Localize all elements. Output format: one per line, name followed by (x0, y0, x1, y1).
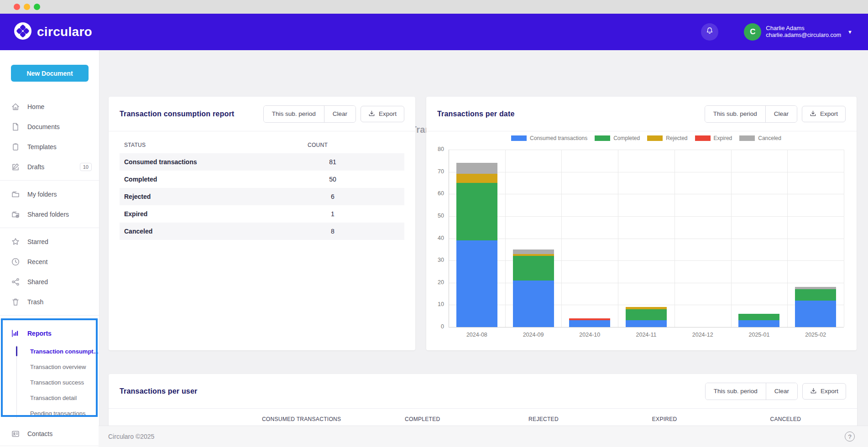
sidebar-divider (0, 228, 99, 228)
close-window-button[interactable] (14, 4, 20, 10)
clear-button[interactable]: Clear (766, 383, 797, 400)
gridline (449, 283, 844, 283)
gridline (449, 260, 844, 261)
this-sub-period-button[interactable]: This sub. period (706, 383, 766, 400)
y-axis-tick-label: 20 (429, 279, 444, 286)
brand-name: circularo (37, 25, 92, 39)
zoom-window-button[interactable] (34, 4, 40, 10)
gridline (449, 239, 844, 239)
sidebar-divider (0, 446, 99, 446)
sidebar-item-shared-folders[interactable]: Shared folders (0, 204, 99, 224)
report-link-transaction-overview[interactable]: Transaction overview (0, 359, 99, 374)
table-row: Rejected6 (120, 188, 404, 205)
x-axis-tick-label: 2024-12 (682, 332, 723, 338)
consumption-card-title: Transaction consumption report (120, 110, 234, 118)
sidebar-divider (0, 315, 99, 316)
edit-icon (11, 162, 20, 172)
sidebar-item-documents[interactable]: Documents (0, 117, 99, 137)
trash-icon (11, 297, 20, 307)
per-user-column-header: CANCELED (725, 416, 846, 422)
export-button[interactable]: Export (802, 106, 846, 122)
report-link-transaction-detail[interactable]: Transaction detail (0, 390, 99, 405)
bar-segment-expired (569, 318, 610, 321)
sidebar-item-shared[interactable]: Shared (0, 272, 99, 292)
clear-button[interactable]: Clear (324, 106, 356, 122)
bar-segment-rejected (456, 174, 497, 182)
this-sub-period-button[interactable]: This sub. period (705, 106, 765, 122)
gridline (505, 150, 506, 327)
report-link-pending-transactions[interactable]: Pending transactions (0, 405, 99, 421)
sidebar-item-reports[interactable]: Reports (0, 323, 99, 343)
user-name: Charlie Adams (766, 25, 841, 32)
sidebar-item-label: Drafts (27, 163, 80, 171)
status-cell: Consumed transactions (120, 158, 308, 166)
new-document-button[interactable]: New Document (11, 65, 89, 82)
bar-segment-canceled (456, 163, 497, 174)
count-cell: 50 (308, 176, 358, 183)
sidebar-item-label: Recent (27, 258, 99, 265)
per-user-column-header: CONSUMED TRANSACTIONS (241, 416, 362, 422)
y-axis-tick-label: 10 (429, 301, 444, 307)
active-indicator (16, 346, 17, 356)
clear-button[interactable]: Clear (765, 106, 797, 122)
table-row: Expired1 (120, 205, 404, 223)
per-user-card-title: Transactions per user (120, 387, 198, 395)
sidebar-item-label: Home (27, 103, 99, 110)
user-avatar[interactable]: C (744, 23, 761, 41)
sidebar-item-label: Reports (27, 330, 99, 337)
per-user-column-header: REJECTED (483, 416, 604, 422)
minimize-window-button[interactable] (24, 4, 30, 10)
sidebar-item-label: Documents (27, 123, 99, 130)
sidebar-item-drafts[interactable]: Drafts10 (0, 157, 99, 177)
sidebar-item-contacts[interactable]: Contacts (0, 424, 99, 444)
bar-segment-consumed-transactions (513, 281, 554, 327)
count-cell: 8 (308, 228, 358, 235)
bar-segment-canceled (513, 249, 554, 254)
template-icon (11, 142, 20, 151)
export-button[interactable]: Export (802, 383, 846, 400)
period-filter-group: This sub. period Clear (705, 105, 797, 123)
bar-segment-completed (626, 309, 667, 320)
sidebar-item-label: Templates (27, 143, 99, 151)
notifications-button[interactable] (701, 23, 718, 41)
help-button[interactable]: ? (845, 431, 855, 442)
per-date-card-title: Transactions per date (437, 110, 515, 118)
this-sub-period-button[interactable]: This sub. period (264, 106, 324, 122)
export-button[interactable]: Export (361, 106, 404, 122)
report-link-transaction-consumpt[interactable]: Transaction consumpt... (0, 343, 99, 359)
sidebar-item-my-folders[interactable]: My folders (0, 184, 99, 204)
brand-logo[interactable]: circularo (14, 22, 92, 42)
y-axis-tick-label: 0 (429, 323, 444, 330)
bar-segment-consumed-transactions (569, 320, 610, 327)
sidebar-item-starred[interactable]: Starred (0, 232, 99, 252)
sidebar-item-recent[interactable]: Recent (0, 252, 99, 272)
y-axis-tick-label: 60 (429, 190, 444, 197)
user-menu-chevron-down-icon[interactable]: ▼ (847, 29, 852, 35)
document-icon (11, 122, 20, 131)
app-header: circularo C Charlie Adams charlie.adams@… (0, 14, 868, 50)
download-icon (368, 110, 375, 118)
copyright-text: Circularo ©2025 (108, 433, 154, 440)
period-filter-group: This sub. period Clear (263, 105, 356, 123)
sidebar-item-home[interactable]: Home (0, 97, 99, 117)
y-axis-tick-label: 30 (429, 257, 444, 263)
user-info[interactable]: Charlie Adams charlie.adams@circularo.co… (766, 25, 841, 39)
count-cell: 6 (308, 193, 358, 200)
sidebar-item-trash[interactable]: Trash (0, 292, 99, 312)
gridline (449, 327, 844, 327)
report-link-label: Transaction overview (30, 364, 86, 370)
status-cell: Expired (120, 210, 308, 218)
sidebar-item-label: Shared folders (27, 211, 99, 218)
gridline (844, 150, 844, 327)
download-icon (810, 387, 817, 395)
report-link-transaction-success[interactable]: Transaction success (0, 374, 99, 390)
sidebar-item-templates[interactable]: Templates (0, 137, 99, 157)
x-axis-tick-label: 2025-01 (738, 332, 779, 338)
bell-icon (705, 26, 714, 37)
table-row: Completed50 (120, 171, 404, 188)
table-row: Consumed transactions81 (120, 153, 404, 171)
bar-segment-completed (795, 289, 836, 300)
gridline (449, 150, 844, 150)
sidebar: New Document HomeDocumentsTemplatesDraft… (0, 50, 99, 447)
per-user-column-header: COMPLETED (362, 416, 483, 422)
